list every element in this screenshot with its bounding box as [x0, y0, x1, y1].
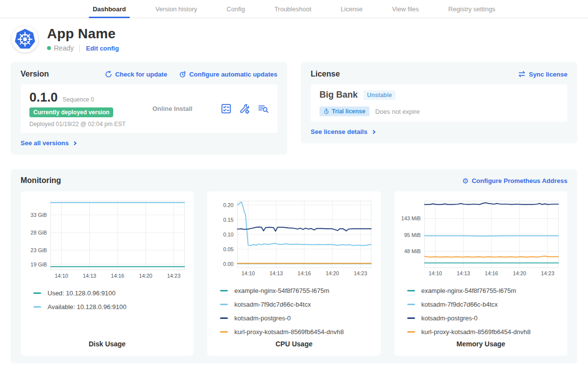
- legend-label: kotsadm-postgres-0: [421, 314, 478, 322]
- edit-config-wrench-icon[interactable]: [239, 104, 250, 114]
- tab-config[interactable]: Config: [225, 0, 246, 18]
- charts-row: 19 GiB23 GiB28 GiB33 GiB14:1014:1314:161…: [21, 191, 567, 356]
- legend-item: example-nginx-54f8f76755-l675m: [220, 287, 374, 295]
- chart-title: Memory Usage: [400, 336, 562, 348]
- see-license-details-link[interactable]: See license details: [311, 128, 375, 135]
- legend-swatch: [220, 304, 228, 305]
- tab-dashboard[interactable]: Dashboard: [92, 0, 127, 18]
- legend-swatch: [33, 306, 41, 308]
- status-badge: Ready: [54, 44, 74, 52]
- svg-text:14:10: 14:10: [428, 270, 441, 276]
- svg-text:48 MiB: 48 MiB: [404, 248, 420, 254]
- chevron-right-icon: [371, 130, 375, 133]
- legend-swatch: [220, 290, 228, 291]
- cpu-usage-chart-card: 0.000.050.100.150.2014:1014:1314:1614:20…: [207, 191, 380, 356]
- svg-text:95 MiB: 95 MiB: [404, 232, 420, 238]
- legend-item: kotsadm-postgres-0: [220, 314, 374, 322]
- svg-text:14:16: 14:16: [298, 270, 311, 276]
- legend-label: example-nginx-54f8f76755-l675m: [421, 287, 516, 295]
- legend-swatch: [407, 317, 415, 319]
- svg-text:14:23: 14:23: [541, 270, 554, 276]
- chart-plot: 19 GiB23 GiB28 GiB33 GiB14:1014:1314:161…: [26, 198, 188, 282]
- svg-text:33 GiB: 33 GiB: [30, 212, 47, 218]
- configure-automatic-updates-button[interactable]: Configure automatic updates: [179, 71, 277, 78]
- version-card: Version Check for update Configure autom…: [11, 62, 287, 155]
- memory-usage-chart-card: 48 MiB95 MiB143 MiB14:1014:1314:1614:201…: [394, 191, 567, 356]
- chart-legend: example-nginx-54f8f76755-l675mkotsadm-7f…: [407, 281, 562, 336]
- svg-text:14:13: 14:13: [457, 270, 470, 276]
- check-for-update-button[interactable]: Check for update: [105, 71, 167, 78]
- license-card: License Sync license Big Bank Unstable: [301, 62, 577, 143]
- svg-text:14:13: 14:13: [270, 270, 283, 276]
- page-title: App Name: [47, 26, 119, 41]
- legend-item: kotsadm-postgres-0: [407, 314, 562, 322]
- refresh-icon: [105, 71, 112, 78]
- sync-license-button[interactable]: Sync license: [518, 71, 567, 78]
- legend-label: example-nginx-54f8f76755-l675m: [234, 287, 329, 295]
- legend-label: kurl-proxy-kotsadm-8569fb6454-dnvh8: [234, 328, 343, 336]
- svg-text:14:20: 14:20: [139, 273, 152, 279]
- deployed-timestamp: Deployed 01/19/22 @ 02:04 pm EST: [29, 121, 149, 128]
- svg-text:14:23: 14:23: [167, 273, 180, 279]
- legend-swatch: [407, 290, 415, 291]
- configure-prometheus-button[interactable]: ⚙ Configure Prometheus Address: [462, 177, 567, 184]
- status-dot: [47, 46, 51, 50]
- svg-text:14:16: 14:16: [485, 270, 498, 276]
- version-number: 0.1.0: [29, 90, 58, 105]
- gear-icon: ⚙: [462, 177, 468, 184]
- legend-item: Used: 10.128.0.96:9100: [33, 289, 188, 297]
- tab-license[interactable]: License: [340, 0, 364, 18]
- license-card-title: License: [311, 70, 340, 78]
- top-nav: DashboardVersion historyConfigTroublesho…: [0, 0, 588, 18]
- legend-label: kurl-proxy-kotsadm-8569fb6454-dnvh8: [421, 328, 531, 336]
- chart-title: CPU Usage: [213, 336, 374, 348]
- svg-text:28 GiB: 28 GiB: [30, 230, 47, 235]
- tab-registry-settings[interactable]: Registry settings: [447, 0, 496, 18]
- preflight-checks-icon[interactable]: [221, 104, 231, 114]
- edit-config-link[interactable]: Edit config: [86, 45, 119, 52]
- install-type-label: Online Install: [149, 105, 221, 112]
- svg-text:14:10: 14:10: [242, 270, 255, 276]
- monitoring-section: Monitoring ⚙ Configure Prometheus Addres…: [11, 169, 577, 364]
- app-header: App Name Ready Edit config: [0, 18, 588, 60]
- svg-text:19 GiB: 19 GiB: [30, 261, 47, 267]
- tab-troubleshoot[interactable]: Troubleshoot: [273, 0, 312, 18]
- chart-legend: example-nginx-54f8f76755-l675mkotsadm-7f…: [220, 281, 374, 336]
- legend-label: kotsadm-7f9dc7d66c-b4tcx: [421, 300, 498, 309]
- svg-text:0.00: 0.00: [223, 261, 234, 267]
- license-expiry: Does not expire: [375, 108, 420, 115]
- svg-text:14:20: 14:20: [326, 270, 339, 276]
- trial-license-badge: Trial license: [319, 106, 369, 116]
- svg-text:23 GiB: 23 GiB: [30, 247, 47, 253]
- chart-plot: 48 MiB95 MiB143 MiB14:1014:1314:1614:201…: [400, 198, 562, 279]
- schedule-update-icon: [179, 71, 186, 78]
- legend-swatch: [407, 331, 415, 333]
- legend-swatch: [220, 331, 228, 333]
- see-all-versions-link[interactable]: See all versions: [21, 139, 76, 147]
- stopwatch-icon: [323, 108, 329, 114]
- legend-swatch: [33, 292, 41, 294]
- svg-text:0.10: 0.10: [223, 232, 234, 237]
- chart-legend: Used: 10.128.0.96:9100Available: 10.128.…: [33, 284, 188, 311]
- tab-view-files[interactable]: View files: [391, 0, 420, 18]
- deployed-version-badge: Currently deployed version: [29, 107, 113, 117]
- svg-text:14:13: 14:13: [83, 273, 96, 279]
- legend-item: kurl-proxy-kotsadm-8569fb6454-dnvh8: [220, 328, 374, 336]
- svg-text:0.05: 0.05: [223, 246, 234, 252]
- tab-version-history[interactable]: Version history: [154, 0, 198, 18]
- legend-item: Available: 10.128.0.96:9100: [33, 303, 188, 311]
- customer-name: Big Bank: [319, 90, 358, 100]
- legend-label: Used: 10.128.0.96:9100: [48, 289, 116, 297]
- monitoring-title: Monitoring: [21, 176, 61, 185]
- legend-label: Available: 10.128.0.96:9100: [48, 303, 126, 311]
- view-logs-icon[interactable]: [258, 104, 269, 114]
- legend-swatch: [220, 317, 228, 319]
- legend-item: kotsadm-7f9dc7d66c-b4tcx: [407, 300, 562, 309]
- legend-item: example-nginx-54f8f76755-l675m: [407, 287, 562, 295]
- legend-swatch: [407, 304, 415, 305]
- license-panel: Big Bank Unstable Trial license Does not…: [311, 84, 567, 122]
- current-version-panel: 0.1.0 Sequence 0 Currently deployed vers…: [21, 84, 277, 133]
- chart-plot: 0.000.050.100.150.2014:1014:1314:1614:20…: [213, 198, 374, 279]
- svg-text:143 MiB: 143 MiB: [401, 216, 420, 222]
- sync-icon: [518, 71, 526, 78]
